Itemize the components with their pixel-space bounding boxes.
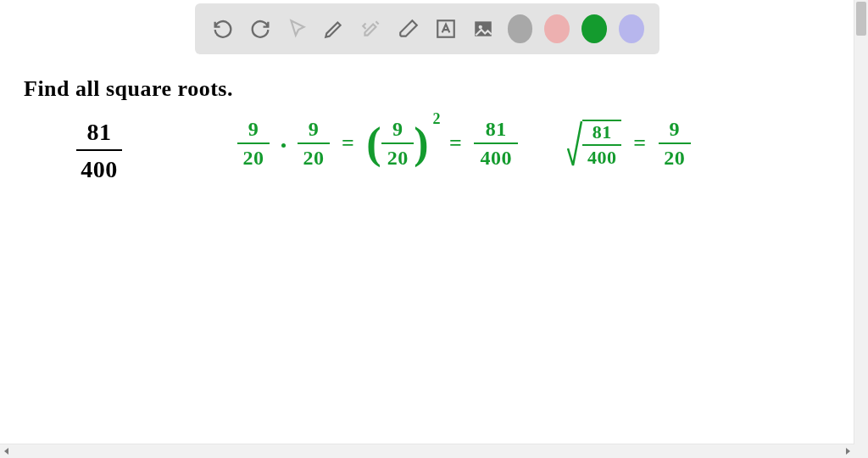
frac-num: 81 — [593, 123, 612, 142]
fraction-bar — [237, 142, 270, 144]
equals-sign: = — [628, 131, 651, 156]
radical-icon — [567, 120, 582, 167]
left-paren-icon: ( — [366, 121, 381, 165]
frac-9-20-sq: 9 20 — [381, 119, 414, 168]
frac-den: 20 — [387, 148, 409, 168]
undo-button[interactable] — [210, 14, 236, 43]
eraser-icon — [397, 18, 420, 40]
color-gray-swatch[interactable] — [508, 14, 533, 43]
exponent-2: 2 — [432, 110, 441, 128]
text-button[interactable] — [433, 14, 459, 43]
pointer-icon — [287, 18, 309, 40]
frac-den: 400 — [481, 148, 513, 168]
frac-den: 400 — [587, 148, 617, 167]
tools-icon — [360, 18, 382, 40]
fraction-bar — [76, 149, 122, 151]
scroll-thumb[interactable] — [856, 2, 866, 36]
frac-num: 9 — [669, 119, 680, 139]
text-icon — [435, 18, 457, 40]
frac-den: 20 — [664, 148, 685, 168]
problem-fraction: 81 400 — [76, 119, 122, 183]
pen-icon — [323, 18, 345, 40]
pen-button[interactable] — [321, 14, 347, 43]
color-pink-swatch[interactable] — [544, 14, 570, 43]
frac-num: 9 — [392, 119, 403, 139]
squared-group: ( 9 20 ) 2 — [366, 119, 429, 168]
frac-num: 9 — [248, 119, 259, 139]
whiteboard-canvas[interactable]: Find all square roots. 81 400 9 20 9 20 … — [0, 0, 868, 458]
right-paren-icon: ) — [414, 121, 429, 165]
radicand: 81 400 — [582, 120, 621, 167]
problem-title: Find all square roots. — [24, 76, 233, 102]
frac-den: 20 — [243, 148, 264, 168]
fraction-bar — [659, 142, 691, 144]
frac-num: 9 — [309, 119, 320, 139]
frac-9-20-b: 9 20 — [298, 119, 330, 168]
eraser-button[interactable] — [396, 14, 421, 43]
redo-icon — [248, 17, 272, 41]
scroll-right-icon[interactable] — [846, 448, 850, 455]
image-icon — [472, 18, 494, 40]
toolbar — [195, 3, 659, 54]
color-green-swatch[interactable] — [581, 14, 607, 43]
tools-button[interactable] — [359, 14, 384, 43]
svg-point-2 — [478, 25, 481, 29]
frac-9-20-a: 9 20 — [237, 119, 270, 168]
problem-numer: 81 — [76, 119, 122, 146]
problem-denom: 400 — [76, 156, 122, 183]
equals-sign: = — [444, 131, 467, 156]
multiply-dot-icon — [281, 143, 286, 148]
pointer-button[interactable] — [285, 14, 310, 43]
sqrt-expression: 81 400 — [567, 120, 621, 167]
horizontal-scrollbar[interactable] — [0, 444, 854, 458]
vertical-scrollbar[interactable] — [854, 0, 868, 458]
fraction-bar — [582, 144, 621, 146]
frac-den: 20 — [303, 148, 325, 168]
fraction-bar — [298, 142, 330, 144]
frac-answer: 9 20 — [659, 119, 691, 168]
equals-sign: = — [337, 131, 359, 156]
color-purple-swatch[interactable] — [619, 14, 644, 43]
scroll-left-icon[interactable] — [4, 448, 8, 455]
fraction-bar — [474, 142, 518, 144]
fraction-bar — [381, 142, 414, 144]
image-button[interactable] — [470, 14, 496, 43]
worked-solution: 9 20 9 20 = ( 9 20 ) 2 = 81 400 — [237, 119, 691, 168]
undo-icon — [211, 17, 235, 41]
frac-81-400: 81 400 — [474, 119, 518, 168]
redo-button[interactable] — [248, 14, 273, 43]
frac-num: 81 — [486, 119, 507, 139]
